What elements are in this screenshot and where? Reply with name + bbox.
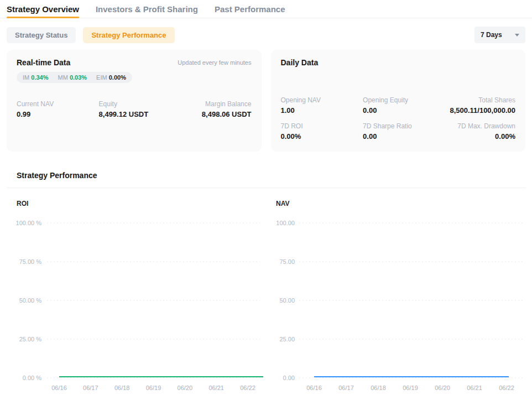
roi-chart-title: ROI [7,200,266,207]
subtab-label: Strategy Performance [91,31,166,39]
subtab-strategy-performance[interactable]: Strategy Performance [83,27,174,43]
sharpe-ratio-7d-stat: 7D Sharpe Ratio 0.00 [363,122,445,141]
period-dropdown-value: 7 Days [481,31,502,39]
margin-balance-stat: Margin Balance 8,498.06 USDT [181,100,251,118]
opening-equity-stat: Opening Equity 0.00 [363,96,445,115]
svg-text:50.00 %: 50.00 % [19,297,42,304]
daily-stats-row-2: 7D ROI 0.00% 7D Sharpe Ratio 0.00 7D Max… [281,122,516,141]
svg-text:75.00 %: 75.00 % [19,258,42,265]
realtime-stats-row: Current NAV 0.99 Equity 8,499.12 USDT Ma… [17,100,252,118]
svg-text:06/16: 06/16 [306,385,322,391]
mm-badge: MM 0.03% [58,74,87,81]
max-drawdown-7d-stat: 7D Max. Drawdown 0.00% [445,122,515,141]
opening-nav-stat: Opening NAV 1.00 [281,96,363,115]
realtime-card-head: Real-time Data Updated every few minutes [17,58,252,67]
svg-text:06/17: 06/17 [338,385,354,391]
nav-chart-title: NAV [266,200,525,207]
roi-chart-plot: 100.00 %75.00 %50.00 %25.00 %0.00 %06/16… [7,214,266,397]
performance-section-title: Strategy Performance [7,171,525,180]
svg-text:06/16: 06/16 [51,385,67,391]
svg-text:75.00: 75.00 [279,258,295,265]
svg-text:06/19: 06/19 [146,385,161,391]
svg-text:06/18: 06/18 [371,385,386,391]
tab-investors-profit-sharing[interactable]: Investors & Profit Sharing [96,0,198,18]
charts-row: ROI 100.00 %75.00 %50.00 %25.00 %0.00 %0… [7,188,525,397]
svg-text:0.00: 0.00 [283,375,295,381]
period-dropdown[interactable]: 7 Days [474,27,525,43]
roi-chart: ROI 100.00 %75.00 %50.00 %25.00 %0.00 %0… [7,188,266,397]
svg-text:06/22: 06/22 [240,385,255,391]
tab-past-performance[interactable]: Past Performance [215,0,285,18]
svg-text:06/18: 06/18 [114,385,130,391]
nav-chart-plot: 100.0075.0050.0025.000.0006/1606/1706/18… [266,214,525,397]
subtab-label: Strategy Status [15,31,67,39]
svg-text:25.00 %: 25.00 % [19,336,42,342]
data-cards-row: Real-time Data Updated every few minutes… [0,50,532,152]
svg-text:06/21: 06/21 [208,385,224,391]
eim-badge: EIM 0.00% [96,74,126,81]
updated-note: Updated every few minutes [178,59,251,66]
svg-text:06/17: 06/17 [83,385,98,391]
realtime-card-title: Real-time Data [17,58,70,67]
svg-text:06/20: 06/20 [178,385,193,391]
svg-text:0.00 %: 0.00 % [23,375,41,381]
nav-chart: NAV 100.0075.0050.0025.000.0006/1606/170… [266,188,525,397]
daily-stats-row-1: Opening NAV 1.00 Opening Equity 0.00 Tot… [281,96,516,115]
svg-text:06/19: 06/19 [403,385,418,391]
total-shares-stat: Total Shares 8,500.11/100,000.00 [445,96,515,115]
svg-text:06/21: 06/21 [467,385,482,391]
margin-ratio-badges: IM 0.34% MM 0.03% EIM 0.00% [17,72,132,83]
daily-data-card: Daily Data Opening NAV 1.00 Opening Equi… [271,50,526,152]
strategy-performance-section: Strategy Performance ROI 100.00 %75.00 %… [0,171,532,397]
daily-card-title: Daily Data [281,58,319,67]
tab-label: Past Performance [215,4,285,14]
chevron-down-icon [515,34,519,37]
svg-text:50.00: 50.00 [279,297,295,304]
tab-label: Strategy Overview [7,4,79,14]
tab-strategy-overview[interactable]: Strategy Overview [7,0,79,18]
subtab-bar: Strategy Status Strategy Performance 7 D… [0,18,532,43]
equity-stat: Equity 8,499.12 USDT [99,100,181,118]
im-badge: IM 0.34% [23,74,49,81]
svg-text:06/20: 06/20 [435,385,450,391]
current-nav-stat: Current NAV 0.99 [17,100,99,118]
top-tab-bar: Strategy Overview Investors & Profit Sha… [0,0,532,18]
svg-text:25.00: 25.00 [279,336,295,342]
daily-card-head: Daily Data [281,58,516,67]
svg-text:06/22: 06/22 [499,385,514,391]
svg-text:100.00: 100.00 [276,220,295,226]
realtime-data-card: Real-time Data Updated every few minutes… [7,50,262,152]
roi-7d-stat: 7D ROI 0.00% [281,122,363,141]
svg-text:100.00 %: 100.00 % [16,220,42,226]
subtab-strategy-status[interactable]: Strategy Status [7,27,76,43]
tab-label: Investors & Profit Sharing [96,4,198,14]
